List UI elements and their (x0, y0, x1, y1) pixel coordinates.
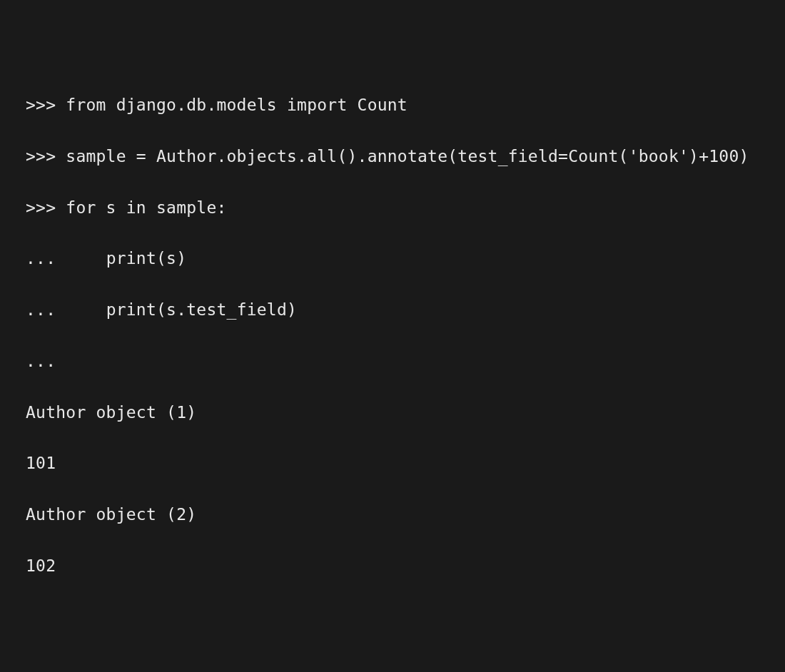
repl-line: ... print(s.test_field) (26, 297, 759, 323)
repl-output: Author object (1) (26, 403, 196, 422)
repl-output-line: Author object (1) (26, 400, 759, 426)
repl-line: ... print(s) (26, 246, 759, 272)
repl-output: 102 (26, 556, 56, 575)
repl-input: print(s) (106, 249, 187, 268)
repl-input: from django.db.models import Count (66, 96, 407, 114)
repl-output-line: 102 (26, 554, 759, 579)
terminal-output[interactable]: >>> from django.db.models import Count >… (26, 67, 759, 604)
repl-output-line: 101 (26, 451, 759, 477)
repl-output-line: Author object (2) (26, 502, 759, 528)
repl-line: >>> from django.db.models import Count (26, 93, 759, 118)
repl-line: >>> sample = Author.objects.all().annota… (26, 144, 759, 170)
repl-prompt: >>> (26, 96, 66, 114)
repl-continuation-prompt: ... (26, 300, 106, 319)
repl-input: for s in sample: (66, 198, 226, 217)
repl-output: Author object (2) (26, 505, 196, 524)
repl-input: sample = Author.objects.all().annotate(t… (66, 147, 749, 166)
repl-line: >>> for s in sample: (26, 195, 759, 221)
repl-output: 101 (26, 454, 56, 472)
repl-input: print(s.test_field) (106, 300, 297, 319)
repl-continuation-prompt: ... (26, 249, 106, 268)
repl-prompt: >>> (26, 147, 66, 166)
repl-line: ... (26, 349, 759, 375)
repl-continuation-prompt: ... (26, 352, 66, 370)
repl-prompt: >>> (26, 198, 66, 217)
